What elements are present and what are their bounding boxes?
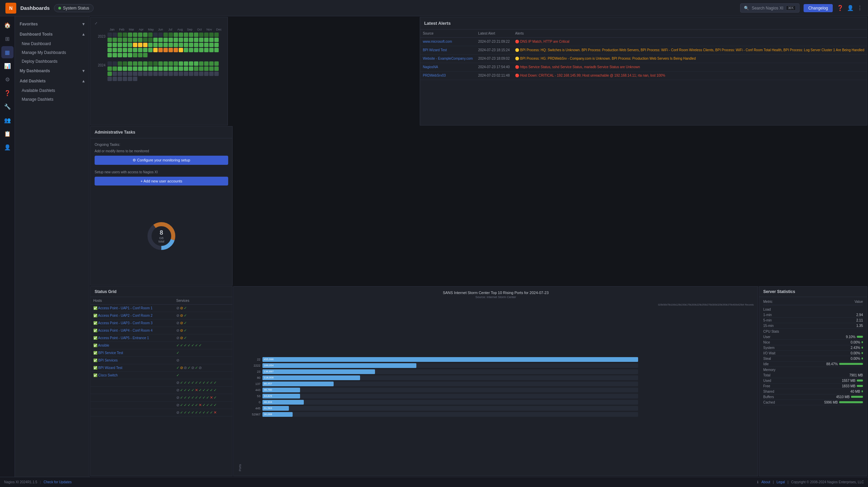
heatmap-2023-cells <box>107 33 223 57</box>
about-link[interactable]: About <box>761 480 770 484</box>
sidebar-item-manage-dashlets[interactable]: Manage Dashlets <box>15 95 89 104</box>
heatmap-cell <box>128 53 132 57</box>
host-name[interactable]: ✅ Access Point - UAP5 - Entrance 1 <box>91 334 174 342</box>
admin-tasks-title: Administrative Tasks <box>91 126 232 138</box>
sidebar-item-manage-dashboards[interactable]: Manage My Dashboards <box>15 48 89 57</box>
heatmap-cell <box>163 66 168 71</box>
alerts-col-alerts: Alerts <box>512 30 867 38</box>
nav-icon-dashboard[interactable]: ▦ <box>1 46 14 58</box>
bar-port-label: 445 <box>245 407 260 410</box>
heatmap-cell <box>138 53 142 57</box>
nav-icon-help[interactable]: ❓ <box>1 87 14 99</box>
alert-source[interactable]: Website - ExampleCompany.com <box>420 55 475 63</box>
x-label: 50k <box>663 304 667 472</box>
changelog-button[interactable]: Changelog <box>804 4 833 12</box>
host-name[interactable]: ✅ BPI Services <box>91 356 174 364</box>
service-ok-icon: ✓ <box>188 343 191 348</box>
alert-source[interactable]: www.microsoft.com <box>420 38 475 46</box>
host-name-empty <box>91 379 174 386</box>
service-ok-icon: ✓ <box>210 381 213 385</box>
memory-section: Memory <box>763 367 863 373</box>
sidebar-dashboard-tools-header[interactable]: Dashboard Tools ▴ <box>15 29 89 39</box>
add-user-button[interactable]: + Add new user accounts <box>95 177 228 186</box>
system-status-badge[interactable]: System Status <box>54 4 94 12</box>
legal-link[interactable]: Legal <box>776 480 785 484</box>
stat-value: 7901 MB <box>849 373 863 377</box>
host-name[interactable]: ✅ Access Point - UAP2 - Conf Room 2 <box>91 312 174 319</box>
heatmap-cell <box>138 38 142 42</box>
status-grid-row: ✅ Access Point - UAP1 - Conf Room 1 ⊘⊘✓ <box>91 304 232 312</box>
expand-icon[interactable]: ⤢ <box>95 21 223 25</box>
stat-value: 0.00% <box>851 340 863 344</box>
alert-time: 2024-07-23 21:09:22 <box>475 38 512 46</box>
heatmap-2024-cells <box>107 61 223 81</box>
heatmap-cell <box>214 43 219 47</box>
heatmap-cell <box>179 61 183 66</box>
service-ok-icon: ✓ <box>188 381 191 385</box>
heatmap-cell <box>209 48 214 52</box>
host-services-extra: ⊘✓✓✓✓✓✓✓✓✕✓ <box>174 394 232 401</box>
alert-source[interactable]: NagiosNA <box>420 63 475 72</box>
host-name[interactable]: ✅ Access Point - UAP4 - Conf Room 4 <box>91 327 174 334</box>
nav-icon-settings[interactable]: ⚙ <box>1 73 14 85</box>
service-ok-icon: ✓ <box>184 328 187 333</box>
x-label: 25k <box>659 304 663 472</box>
bar-fill: 118,006 <box>262 375 360 380</box>
service-ok-icon: ✓ <box>180 403 183 407</box>
search-bar[interactable]: 🔍 Search Nagios XI ⌘K <box>740 3 800 13</box>
nav-icon-users[interactable]: 👥 <box>1 114 14 126</box>
nav-icon-reports[interactable]: 📋 <box>1 128 14 140</box>
host-name[interactable]: ✅ Ansible <box>91 342 174 349</box>
user-icon[interactable]: 👤 <box>847 5 854 11</box>
main-content: ⤢ Jan Feb Mar Apr May Jun Jul Aug Sep Oc… <box>90 16 868 477</box>
heatmap-cell <box>189 38 193 42</box>
topbar-actions: ❓ 👤 ⋮ <box>837 5 863 11</box>
sidebar-item-available-dashlets[interactable]: Available Dashlets <box>15 86 89 95</box>
sidebar-item-deploy-dashboards[interactable]: Deploy Dashboards <box>15 57 89 66</box>
help-icon[interactable]: ❓ <box>837 5 844 11</box>
heatmap-cell <box>158 48 163 52</box>
bar-fill: 44,829 <box>262 394 300 398</box>
heatmap-cell <box>133 77 137 81</box>
bar-fill: 48,304 <box>262 400 304 405</box>
alert-source[interactable]: BPI Wizard Test <box>420 46 475 55</box>
nav-icon-grid[interactable]: ⊞ <box>1 33 14 45</box>
sidebar-add-dashlets-header[interactable]: Add Dashlets ▴ <box>15 76 89 86</box>
heatmap-cell <box>118 72 122 76</box>
status-grid-row: ✅ Access Point - UAP5 - Entrance 1 ⊘⊘✓ <box>91 334 232 342</box>
more-icon[interactable]: ⋮ <box>857 5 863 11</box>
heatmap-cell <box>153 66 158 71</box>
heatmap-cell <box>153 48 158 52</box>
nav-icon-wrench[interactable]: 🔧 <box>1 100 14 113</box>
heatmap-cell <box>189 33 193 37</box>
heatmap-cell <box>184 43 188 47</box>
version-label: Nagios XI 2024R1.1.5 <box>4 480 37 484</box>
configure-monitoring-button[interactable]: ⚙ Configure your monitoring setup <box>95 156 228 165</box>
bar-fill: 86,457 <box>262 382 334 386</box>
host-name[interactable]: ✅ Cisco Switch <box>91 371 174 379</box>
footer-separator-3: | <box>788 480 789 484</box>
nav-icon-home[interactable]: 🏠 <box>1 19 14 31</box>
host-name[interactable]: ✅ Access Point - UAP3 - Conf Room 3 <box>91 319 174 327</box>
sidebar-item-new-dashboard[interactable]: New Dashboard <box>15 39 89 48</box>
host-services: ⊘ <box>174 356 232 364</box>
sidebar-my-dashboards-header[interactable]: My Dashboards ▾ <box>15 66 89 76</box>
host-name[interactable]: ✅ BPI Wizard Test <box>91 364 174 371</box>
alert-source[interactable]: PRDWebSrv03 <box>420 72 475 80</box>
stats-header: Metric Value <box>763 300 863 305</box>
status-grid-row: ⊘✓✓✓✓✓✓✓✓✓✕ <box>91 409 232 416</box>
bar-value: 455,996 <box>264 358 274 361</box>
nav-icon-user[interactable]: 👤 <box>1 141 14 153</box>
service-crit-icon: ✕ <box>195 388 198 392</box>
heatmap-cell <box>153 33 158 37</box>
sidebar-favorites-header[interactable]: Favorites ▾ <box>15 19 89 29</box>
service-ok-icon: ✓ <box>202 395 205 400</box>
host-name[interactable]: ✅ BPI Service Test <box>91 349 174 356</box>
bar-fill: 136,897 <box>262 369 375 374</box>
heatmap-cell <box>118 53 122 57</box>
check-updates-link[interactable]: Check for Updates <box>43 480 72 484</box>
heatmap-cell <box>169 48 173 52</box>
stat-value: 1557 MB <box>842 379 863 383</box>
nav-icon-chart[interactable]: 📊 <box>1 60 14 72</box>
host-name[interactable]: ✅ Access Point - UAP1 - Conf Room 1 <box>91 304 174 312</box>
